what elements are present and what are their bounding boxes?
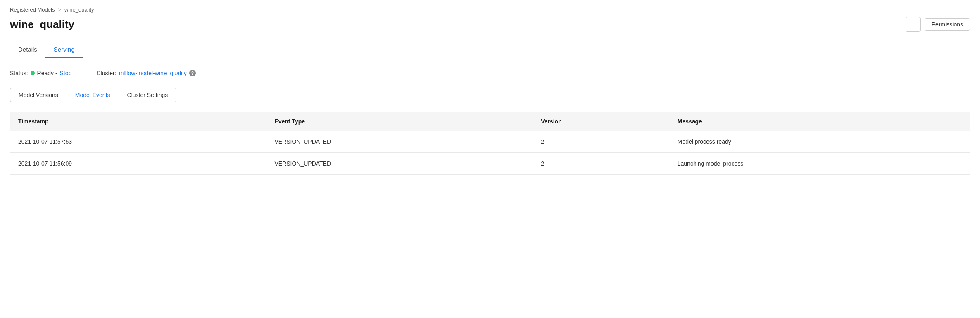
breadcrumb-parent[interactable]: Registered Models: [10, 7, 55, 13]
table-row: 2021-10-07 11:56:09VERSION_UPDATED2Launc…: [10, 153, 970, 175]
kebab-menu-button[interactable]: ⋮: [906, 17, 921, 32]
cell-event-type: VERSION_UPDATED: [266, 131, 533, 153]
cell-version: 2: [533, 131, 669, 153]
breadcrumb-separator: >: [58, 7, 61, 13]
cluster-item: Cluster: mlflow-model-wine_quality ?: [96, 70, 195, 76]
header-actions: ⋮ Permissions: [906, 17, 970, 32]
sub-tab-cluster-settings[interactable]: Cluster Settings: [119, 88, 177, 102]
main-tabs: Details Serving: [10, 42, 970, 58]
col-header-version: Version: [533, 112, 669, 131]
header: wine_quality ⋮ Permissions: [10, 17, 970, 32]
tab-serving[interactable]: Serving: [45, 42, 83, 58]
page-title: wine_quality: [10, 18, 74, 31]
status-ready-text: Ready -: [37, 70, 57, 76]
stop-link[interactable]: Stop: [60, 70, 72, 76]
col-header-message: Message: [669, 112, 970, 131]
sub-tabs: Model Versions Model Events Cluster Sett…: [10, 88, 970, 102]
sub-tab-model-events[interactable]: Model Events: [67, 88, 119, 102]
events-table: Timestamp Event Type Version Message 202…: [10, 112, 970, 175]
breadcrumb: Registered Models > wine_quality: [10, 7, 970, 13]
sub-tab-model-versions[interactable]: Model Versions: [10, 88, 67, 102]
status-row: Status: Ready - Stop Cluster: mlflow-mod…: [10, 66, 970, 80]
cluster-link[interactable]: mlflow-model-wine_quality: [119, 70, 187, 76]
col-header-timestamp: Timestamp: [10, 112, 266, 131]
cell-message: Model process ready: [669, 131, 970, 153]
cell-event-type: VERSION_UPDATED: [266, 153, 533, 175]
status-label: Status:: [10, 70, 28, 76]
status-dot: [31, 71, 35, 75]
status-item: Status: Ready - Stop: [10, 70, 71, 76]
permissions-button[interactable]: Permissions: [925, 18, 970, 31]
breadcrumb-current: wine_quality: [64, 7, 94, 13]
cell-message: Launching model process: [669, 153, 970, 175]
table-container: Timestamp Event Type Version Message 202…: [10, 112, 970, 175]
col-header-event-type: Event Type: [266, 112, 533, 131]
cell-timestamp: 2021-10-07 11:57:53: [10, 131, 266, 153]
table-header-row: Timestamp Event Type Version Message: [10, 112, 970, 131]
help-icon[interactable]: ?: [189, 70, 196, 76]
cell-timestamp: 2021-10-07 11:56:09: [10, 153, 266, 175]
tab-details[interactable]: Details: [10, 42, 45, 58]
page-container: Registered Models > wine_quality wine_qu…: [0, 0, 980, 181]
table-row: 2021-10-07 11:57:53VERSION_UPDATED2Model…: [10, 131, 970, 153]
cell-version: 2: [533, 153, 669, 175]
cluster-label: Cluster:: [96, 70, 116, 76]
